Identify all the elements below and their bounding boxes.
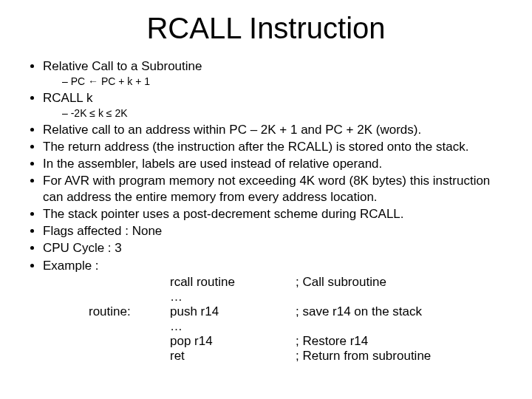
code-instr: … (170, 290, 296, 304)
bullet-relative-address: Relative call to an address within PC – … (43, 122, 510, 137)
example-row: … (89, 319, 510, 334)
bullet-stack-pointer: The stack pointer uses a post-decrement … (43, 206, 510, 222)
code-label (89, 275, 170, 290)
example-row: routine: push r14 ; save r14 on the stac… (89, 304, 510, 319)
code-comment: ; Call subroutine (296, 275, 510, 290)
slide: RCALL Instruction Relative Call to a Sub… (0, 0, 532, 399)
content-list: Relative Call to a Subroutine PC ← PC + … (22, 58, 510, 273)
code-instr: … (170, 319, 296, 334)
bullet-example: Example : (43, 258, 510, 273)
sub-k-range: -2K ≤ k ≤ 2K (62, 107, 510, 120)
example-row: … (89, 290, 510, 304)
example-row: pop r14 ; Restore r14 (89, 334, 510, 349)
code-label (89, 319, 170, 334)
code-instr: pop r14 (170, 334, 296, 349)
example-code: rcall routine ; Call subroutine … routin… (89, 275, 510, 364)
code-instr: push r14 (170, 304, 296, 319)
sub-pc-formula: PC ← PC + k + 1 (62, 75, 510, 89)
text: Relative Call to a Subroutine (43, 59, 202, 73)
code-comment: ; Restore r14 (296, 334, 510, 349)
bullet-avr-memory: For AVR with program memory not exceedin… (43, 173, 510, 205)
code-comment: ; save r14 on the stack (296, 304, 510, 319)
code-comment (296, 290, 510, 304)
bullet-relative-call: Relative Call to a Subroutine PC ← PC + … (43, 58, 510, 89)
code-label: routine: (89, 304, 170, 319)
sublist: -2K ≤ k ≤ 2K (43, 107, 510, 120)
code-label (89, 349, 170, 364)
code-label (89, 334, 170, 349)
example-row: rcall routine ; Call subroutine (89, 275, 510, 290)
code-instr: rcall routine (170, 275, 296, 290)
code-label (89, 290, 170, 304)
code-comment: ; Return from subroutine (296, 349, 510, 364)
example-row: ret ; Return from subroutine (89, 349, 510, 364)
code-instr: ret (170, 349, 296, 364)
bullet-flags: Flags affected : None (43, 223, 510, 239)
text: RCALL k (43, 91, 92, 105)
bullet-rcall-k: RCALL k -2K ≤ k ≤ 2K (43, 90, 510, 120)
sublist: PC ← PC + k + 1 (43, 75, 510, 89)
slide-title: RCALL Instruction (22, 12, 510, 45)
code-comment (296, 319, 510, 334)
bullet-cpu-cycle: CPU Cycle : 3 (43, 240, 510, 256)
bullet-labels: In the assembler, labels are used instea… (43, 156, 510, 171)
bullet-return-address: The return address (the instruction afte… (43, 139, 510, 154)
